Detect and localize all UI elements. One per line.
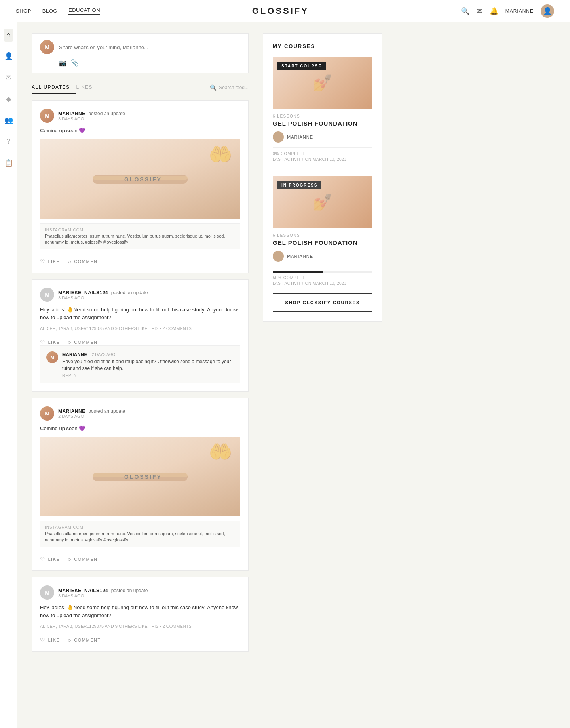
heart-icon: ♡ — [40, 258, 46, 265]
top-navigation: SHOP BLOG EDUCATION GLOSSIFY 🔍 ✉ 🔔 MARIA… — [0, 0, 570, 22]
courses-separator — [273, 170, 372, 170]
post-2-meta: MARIEKE_NAILS124 posted an update 3 DAYS… — [58, 290, 148, 300]
comment-icon-2: ○ — [68, 339, 72, 345]
post-3-like-label: LIKE — [48, 557, 60, 562]
post-3-time: 2 DAYS AGO — [58, 414, 125, 419]
post-1-verb: posted an update — [88, 111, 125, 116]
post-2-author: MARIEKE_NAILS124 — [58, 290, 108, 295]
feed-post-1: M MARIANNE posted an update 3 DAYS AGO C… — [32, 100, 249, 273]
course-1-progress-text: 0% COMPLETE — [273, 152, 372, 156]
search-feed-icon: 🔍 — [210, 84, 217, 91]
composer-input[interactable] — [59, 44, 240, 50]
sidebar-user-icon[interactable]: 👤 — [2, 50, 15, 63]
post-1-actions: ♡ LIKE ○ COMMENT — [40, 253, 240, 265]
course-1-badge: START COURSE — [277, 62, 326, 70]
main-feed: M 📷 📎 ALL UPDATES LIKES 🔍 Search feed...… — [17, 22, 263, 728]
post-3-like-button[interactable]: ♡ LIKE — [40, 556, 60, 562]
post-4-avatar: M — [40, 585, 54, 600]
post-2-verb: posted an update — [111, 290, 148, 295]
feed-tabs: ALL UPDATES LIKES — [32, 81, 99, 94]
composer-avatar: M — [40, 40, 54, 54]
composer-photo-icon[interactable]: 📷 — [59, 59, 67, 67]
course-card-1: 💅 START COURSE 6 LESSONS GEL POLISH FOUN… — [273, 57, 372, 162]
post-3-link-desc: Phasellus ullamcorper ipsum rutrum nunc.… — [45, 531, 236, 543]
nav-shop[interactable]: SHOP — [16, 8, 31, 14]
post-1-like-button[interactable]: ♡ LIKE — [40, 258, 60, 265]
tab-likes[interactable]: LIKES — [76, 81, 99, 94]
post-3-author: marianne — [58, 408, 86, 414]
feed-post-3: M marianne posted an update 2 DAYS AGO C… — [32, 398, 249, 571]
course-2-progress-text: 50% COMPLETE — [273, 276, 372, 280]
post-4-comment-label: COMMENT — [74, 638, 101, 642]
post-1-author: MARIANNE — [58, 111, 86, 116]
post-1-link-desc: Phasellus ullamcorper ipsum rutrum nunc.… — [45, 233, 236, 246]
post-1-meta: MARIANNE posted an update 3 DAYS AGO — [58, 111, 125, 121]
page-layout: ⌂ 👤 ✉ ◆ 👥 ? 📋 M 📷 📎 ALL UPDATES LIKES — [0, 22, 570, 728]
post-1-comment-label: COMMENT — [74, 259, 101, 264]
notification-icon[interactable]: 🔔 — [490, 7, 498, 15]
post-header-2: M MARIEKE_NAILS124 posted an update 3 DA… — [40, 288, 240, 302]
search-icon[interactable]: 🔍 — [461, 7, 469, 15]
feed-tabs-container: ALL UPDATES LIKES 🔍 Search feed... — [32, 81, 249, 94]
comment-thread-post-2: M MARIANNE 2 DAYS AGO Have you tried del… — [40, 345, 240, 383]
svg-text:GLOSSIFY: GLOSSIFY — [124, 474, 162, 480]
post-3-meta: marianne posted an update 2 DAYS AGO — [58, 408, 125, 419]
post-2-text: Hey ladies! 🤚Need some help figuring out… — [40, 306, 240, 321]
course-1-image: 💅 START COURSE — [273, 57, 372, 109]
post-2-comment-button[interactable]: ○ COMMENT — [68, 339, 101, 345]
sidebar-book-icon[interactable]: 📋 — [2, 156, 15, 170]
feed-post-2: M MARIEKE_NAILS124 posted an update 3 DA… — [32, 279, 249, 392]
course-2-activity: LAST ACTIVITY ON MARCH 10, 2023 — [273, 281, 372, 286]
sidebar-home-icon[interactable]: ⌂ — [4, 29, 13, 42]
nav-education[interactable]: EDUCATION — [68, 7, 100, 15]
sidebar-mail-icon[interactable]: ✉ — [3, 71, 14, 84]
post-4-author: MARIEKE_NAILS124 — [58, 588, 108, 593]
mail-icon[interactable]: ✉ — [477, 7, 483, 15]
courses-panel: MY COURSES 💅 START COURSE 6 LESSONS GEL … — [263, 33, 382, 322]
post-2-like-label: LIKE — [48, 340, 60, 345]
nav-blog[interactable]: BLOG — [42, 8, 57, 14]
course-1-name: GEL POLISH FOUNDATION — [273, 120, 372, 127]
my-courses-title: MY COURSES — [273, 43, 372, 49]
course-2-divider — [273, 267, 372, 267]
composer-attach-icon[interactable]: 📎 — [71, 59, 79, 67]
sidebar-help-icon[interactable]: ? — [4, 135, 13, 148]
heart-icon-3: ♡ — [40, 556, 46, 562]
post-2-comment-label: COMMENT — [74, 340, 101, 345]
nav-links: SHOP BLOG EDUCATION — [16, 7, 100, 15]
post-1-link-preview: INSTAGRAM.COM Phasellus ullamcorper ipsu… — [40, 223, 240, 250]
comment-1-reply-button[interactable]: REPLY — [62, 374, 234, 378]
course-2-lessons: 6 LESSONS — [273, 233, 372, 238]
shop-courses-button[interactable]: SHOP GLOSSIFY COURSES — [273, 293, 372, 312]
post-4-comment-button[interactable]: ○ COMMENT — [68, 637, 101, 643]
comment-1: M MARIANNE 2 DAYS AGO Have you tried del… — [46, 351, 234, 378]
heart-icon-4: ♡ — [40, 637, 46, 643]
post-3-image: GLOSSIFY 🤲 — [40, 437, 240, 516]
post-1-time: 3 DAYS AGO — [58, 116, 125, 121]
post-2-actions: ♡ LIKE ○ COMMENT — [40, 334, 240, 345]
course-2-name: GEL POLISH FOUNDATION — [273, 239, 372, 246]
sidebar-group-icon[interactable]: 👥 — [2, 114, 15, 127]
post-4-like-button[interactable]: ♡ LIKE — [40, 637, 60, 643]
post-1-like-label: LIKE — [48, 259, 60, 264]
composer-top: M — [40, 40, 240, 54]
comment-1-time: 2 DAYS AGO — [92, 353, 115, 357]
post-3-image-inner: GLOSSIFY 🤲 — [40, 437, 240, 516]
feed-search[interactable]: 🔍 Search feed... — [210, 84, 249, 91]
user-name-label: MARIANNE — [505, 8, 534, 14]
tab-all-updates[interactable]: ALL UPDATES — [32, 81, 76, 94]
post-header-1: M MARIANNE posted an update 3 DAYS AGO — [40, 109, 240, 123]
course-1-activity: LAST ACTIVITY ON MARCH 10, 2023 — [273, 157, 372, 162]
user-avatar[interactable]: 👤 — [541, 4, 554, 18]
post-3-link-preview: INSTAGRAM.COM Phasellus ullamcorper ipsu… — [40, 521, 240, 547]
course-1-author-row: MARIANNE — [273, 131, 372, 143]
post-2-like-button[interactable]: ♡ LIKE — [40, 339, 60, 345]
post-4-verb: posted an update — [111, 588, 148, 593]
post-1-comment-button[interactable]: ○ COMMENT — [68, 258, 101, 265]
post-3-comment-button[interactable]: ○ COMMENT — [68, 556, 101, 562]
post-composer: M 📷 📎 — [32, 33, 249, 73]
feed-post-4: M MARIEKE_NAILS124 posted an update 3 DA… — [32, 577, 249, 652]
course-1-divider — [273, 147, 372, 148]
nail-file-svg: GLOSSIFY — [89, 163, 192, 195]
sidebar-bookmark-icon[interactable]: ◆ — [4, 92, 14, 106]
